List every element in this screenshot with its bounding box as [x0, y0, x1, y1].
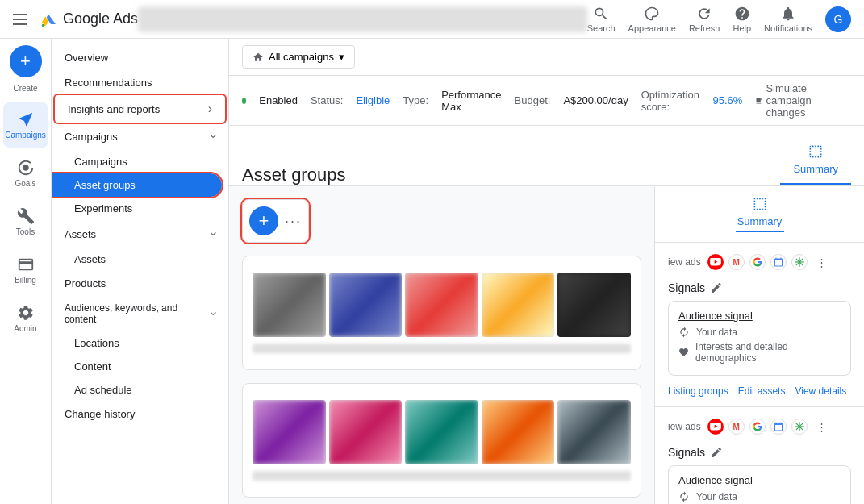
- signals-label-1: Signals: [668, 281, 705, 294]
- view-ads-label-2: iew ads: [668, 421, 701, 432]
- google-ads-logo-icon: [39, 10, 58, 29]
- summary-icon: [808, 144, 824, 160]
- image-placeholder-10: [557, 400, 631, 464]
- summary-tab-button[interactable]: Summary: [736, 196, 784, 232]
- sidebar-item-goals[interactable]: Goals: [3, 151, 48, 196]
- heart-icon: [678, 347, 689, 358]
- edit-signals-icon-2[interactable]: [710, 446, 723, 459]
- add-asset-group-button[interactable]: + ···: [242, 199, 309, 243]
- nav-sub-item-content[interactable]: Content: [52, 355, 228, 378]
- status-label: Status:: [311, 94, 343, 106]
- app-name: Google Ads: [63, 10, 138, 27]
- tab-summary-label: Summary: [793, 163, 838, 175]
- goals-icon-label: Goals: [15, 179, 35, 188]
- listing-groups-link[interactable]: Listing groups: [668, 385, 728, 397]
- nav-sub-item-ad-schedule[interactable]: Ad schedule: [52, 378, 228, 402]
- optimization-value[interactable]: 95.6%: [712, 94, 742, 106]
- image-placeholder-4: [482, 273, 555, 337]
- budget-value: A$200.00/day: [563, 94, 628, 106]
- chevron-up-icon-3: ›: [206, 311, 220, 315]
- nav-item-change-history[interactable]: Change history: [52, 402, 228, 427]
- gmail-icon-2: M: [728, 419, 745, 435]
- page-title: Asset groups: [242, 165, 780, 185]
- nav-sidebar: Overview Recommendations Insights and re…: [52, 39, 229, 504]
- nav-item-campaigns-parent[interactable]: Campaigns ›: [52, 123, 228, 150]
- summary-tab-header: Summary: [655, 186, 864, 243]
- main-layout: + Create Campaigns Goals Tools Billing A…: [0, 0, 864, 504]
- signals-label-2: Signals: [668, 446, 705, 459]
- sidebar-item-tools[interactable]: Tools: [3, 199, 48, 244]
- calendar-icon-2: [770, 419, 787, 435]
- asset-groups-main: + ···: [229, 186, 654, 504]
- asterisk-icon-2: [791, 419, 808, 435]
- more-options-icon-2[interactable]: ⋮: [812, 417, 832, 436]
- audience-signal-title-1[interactable]: Audience signal: [678, 310, 841, 322]
- more-options-icon[interactable]: ⋮: [812, 252, 832, 272]
- chevron-up-icon-2: ›: [206, 231, 220, 235]
- edit-assets-link[interactable]: Edit assets: [738, 385, 786, 397]
- gmail-icon: M: [728, 254, 745, 270]
- user-avatar[interactable]: G: [825, 6, 851, 32]
- home-icon: [253, 52, 264, 63]
- notifications-label: Notifications: [764, 23, 812, 33]
- platform-icons-2: M ⋮: [707, 417, 851, 436]
- filter-button[interactable]: All campaigns ▾: [242, 45, 355, 69]
- sidebar-item-billing[interactable]: Billing: [3, 248, 48, 293]
- refresh-label: Refresh: [689, 23, 720, 33]
- nav-sub-item-assets[interactable]: Assets: [52, 248, 228, 271]
- simulate-icon: [755, 95, 762, 106]
- admin-icon-label: Admin: [14, 324, 36, 333]
- chevron-down-icon: ›: [208, 102, 212, 116]
- interests-label-1: Interests and detailed demographics: [695, 341, 841, 364]
- account-selector[interactable]: [138, 6, 587, 32]
- icon-sidebar: + Create Campaigns Goals Tools Billing A…: [0, 39, 52, 504]
- nav-item-overview[interactable]: Overview: [52, 45, 228, 70]
- sidebar-item-admin[interactable]: Admin: [3, 296, 48, 341]
- view-details-link[interactable]: View details: [795, 385, 846, 397]
- create-label: Create: [13, 84, 37, 93]
- status-bar: Enabled Status: Eligible Type: Performan…: [229, 76, 864, 126]
- create-button[interactable]: +: [10, 45, 42, 77]
- status-value[interactable]: Eligible: [356, 94, 390, 106]
- asset-group-card-1: [242, 256, 641, 370]
- asset-group-card-2: [242, 383, 641, 498]
- type-label: Type:: [403, 94, 428, 106]
- tab-summary[interactable]: Summary: [780, 135, 851, 185]
- page-header: Asset groups Summary: [229, 126, 864, 186]
- nav-sub-item-locations[interactable]: Locations: [52, 331, 228, 355]
- appearance-label: Appearance: [628, 23, 676, 33]
- add-icon: +: [249, 206, 278, 235]
- dropdown-arrow: ▾: [339, 51, 344, 63]
- nav-item-audiences[interactable]: Audiences, keywords, and content ›: [52, 296, 228, 331]
- notifications-action[interactable]: Notifications: [764, 6, 812, 33]
- nav-item-assets-header[interactable]: Assets ›: [52, 220, 228, 248]
- help-action[interactable]: Help: [733, 6, 751, 33]
- nav-item-recommendations[interactable]: Recommendations: [52, 70, 228, 95]
- edit-signals-icon[interactable]: [710, 281, 723, 294]
- sidebar-item-campaigns[interactable]: Campaigns: [3, 102, 48, 148]
- menu-icon[interactable]: [13, 10, 32, 29]
- campaigns-icon-label: Campaigns: [5, 131, 46, 140]
- interests-item-1: Interests and detailed demographics: [678, 341, 841, 364]
- right-panel-card-2: iew ads M: [655, 407, 864, 504]
- nav-item-insights-reports[interactable]: Insights and reports ›: [55, 95, 225, 123]
- simulate-button[interactable]: Simulate campaign changes: [755, 82, 851, 119]
- google-icon: [749, 254, 766, 270]
- platform-icons-1: M ⋮: [707, 252, 851, 272]
- search-action[interactable]: Search: [587, 6, 616, 33]
- filter-text: All campaigns: [269, 51, 334, 63]
- image-placeholder-1: [253, 273, 326, 337]
- status-enabled-dot: [242, 98, 246, 104]
- topbar: Google Ads Search Appearance Refresh Hel…: [0, 0, 864, 39]
- nav-sub-item-asset-groups[interactable]: Asset groups: [52, 173, 222, 197]
- refresh-action[interactable]: Refresh: [689, 6, 720, 33]
- nav-item-products[interactable]: Products: [52, 271, 228, 296]
- your-data-item-1: Your data: [678, 327, 841, 338]
- nav-sub-item-experiments[interactable]: Experiments: [52, 197, 228, 220]
- appearance-action[interactable]: Appearance: [628, 6, 676, 33]
- audience-signal-title-2[interactable]: Audience signal: [678, 474, 841, 486]
- nav-sub-item-campaigns[interactable]: Campaigns: [52, 150, 228, 173]
- help-label: Help: [733, 23, 751, 33]
- image-placeholder-2: [329, 273, 403, 337]
- your-data-icon: [678, 327, 690, 338]
